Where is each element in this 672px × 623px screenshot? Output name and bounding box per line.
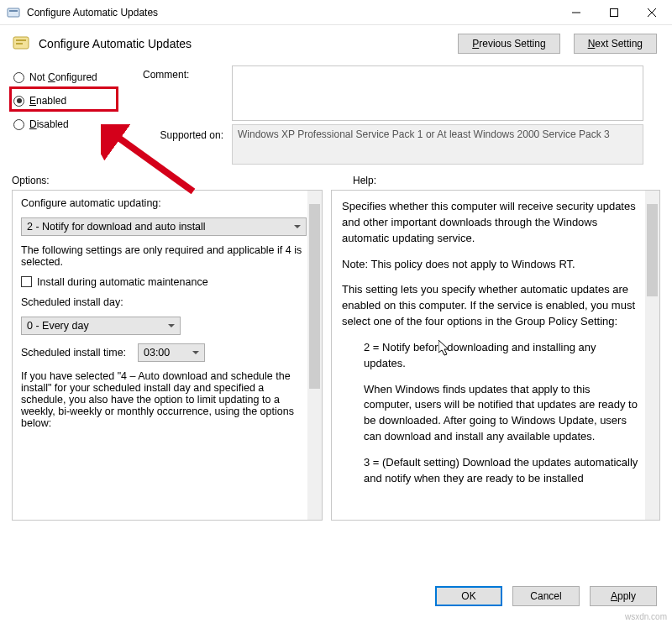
next-label: ext Setting	[595, 38, 643, 50]
svg-rect-3	[610, 8, 617, 16]
help-text: When Windows finds updates that apply to…	[342, 382, 639, 445]
configure-updating-label: Configure automatic updating:	[21, 197, 303, 209]
svg-rect-8	[16, 43, 23, 44]
scheduled-install-time-label: Scheduled install time:	[21, 347, 126, 359]
help-pane: Specifies whether this computer will rec…	[331, 190, 660, 521]
help-text: 3 = (Default setting) Download the updat…	[342, 455, 639, 487]
help-text: This setting lets you specify whether au…	[342, 282, 639, 330]
svg-rect-0	[8, 8, 19, 17]
svg-rect-7	[16, 39, 26, 41]
minimize-button[interactable]	[557, 0, 595, 24]
radio-icon	[13, 72, 24, 83]
next-setting-button[interactable]: Next Setting	[574, 34, 657, 54]
scheduled-install-day-select[interactable]: 0 - Every day	[21, 317, 181, 335]
window-controls	[557, 0, 670, 24]
comment-label: Comment:	[143, 65, 227, 81]
policy-icon	[12, 34, 30, 53]
ok-button[interactable]: OK	[435, 586, 502, 606]
checkbox-icon	[21, 276, 32, 287]
install-maint-label: Install during automatic maintenance	[37, 276, 208, 288]
close-button[interactable]	[633, 0, 670, 24]
state-radio-group: Not Configured Enabled Disabled	[12, 65, 138, 165]
radio-icon	[13, 96, 24, 107]
radio-enabled[interactable]: Enabled	[12, 89, 138, 113]
supported-on-text: Windows XP Professional Service Pack 1 o…	[232, 124, 643, 165]
radio-icon	[13, 119, 24, 130]
app-icon	[7, 6, 20, 19]
options-pane: Configure automatic updating: 2 - Notify…	[12, 190, 323, 521]
help-scrollbar[interactable]	[645, 191, 659, 520]
help-text: 2 = Notify before downloading and instal…	[342, 340, 639, 372]
supported-on-label: Supported on:	[143, 121, 227, 165]
help-text: Note: This policy does not apply to Wind…	[342, 257, 639, 273]
apply-button[interactable]: Apply	[590, 586, 657, 606]
scheduled-install-day-label: Scheduled install day:	[21, 296, 303, 308]
note-if-4: The following settings are only required…	[21, 244, 303, 268]
note-weekly: If you have selected "4 – Auto download …	[21, 370, 303, 429]
titlebar: Configure Automatic Updates	[0, 0, 672, 25]
cancel-button[interactable]: Cancel	[512, 586, 580, 606]
configure-updating-select[interactable]: 2 - Notify for download and auto install	[21, 217, 307, 236]
radio-not-configured[interactable]: Not Configured	[12, 65, 138, 89]
comment-textarea[interactable]	[232, 65, 643, 121]
prev-label: revious Setting	[479, 38, 545, 50]
options-label: Options:	[12, 175, 329, 186]
window-title: Configure Automatic Updates	[27, 7, 557, 18]
dialog-footer: OK Cancel Apply	[435, 586, 657, 606]
dialog-header: Configure Automatic Updates Previous Set…	[0, 25, 672, 65]
help-text: Specifies whether this computer will rec…	[342, 199, 639, 247]
svg-rect-1	[9, 10, 18, 12]
install-during-maintenance-checkbox[interactable]: Install during automatic maintenance	[21, 276, 303, 288]
radio-disabled[interactable]: Disabled	[12, 113, 138, 136]
help-label: Help:	[329, 175, 660, 186]
options-scrollbar[interactable]	[307, 191, 322, 520]
watermark: wsxdn.com	[625, 612, 667, 621]
previous-setting-button[interactable]: Previous Setting	[458, 34, 559, 54]
maximize-button[interactable]	[595, 0, 633, 24]
dialog-title: Configure Automatic Updates	[39, 37, 458, 50]
scheduled-install-time-select[interactable]: 03:00	[138, 343, 205, 362]
